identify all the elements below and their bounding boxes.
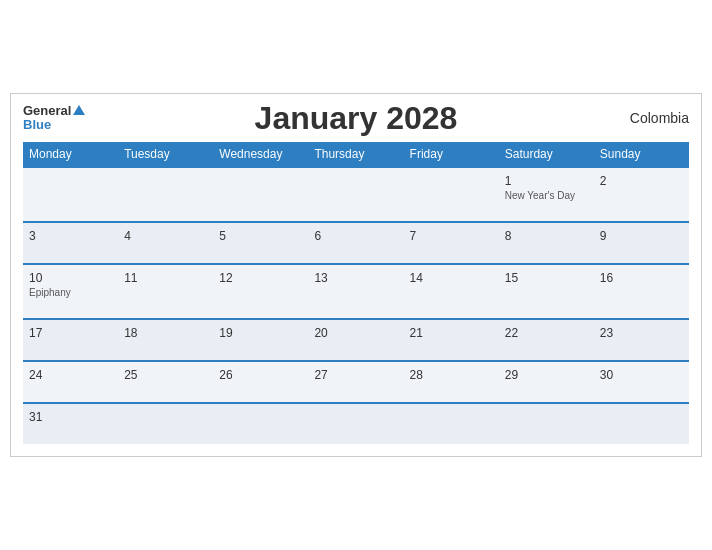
calendar-cell: 24 xyxy=(23,361,118,403)
day-number: 5 xyxy=(219,229,302,243)
calendar-cell: 5 xyxy=(213,222,308,264)
week-row-4: 17181920212223 xyxy=(23,319,689,361)
calendar-cell xyxy=(308,167,403,222)
day-number: 24 xyxy=(29,368,112,382)
calendar-cell: 11 xyxy=(118,264,213,319)
calendar-cell: 4 xyxy=(118,222,213,264)
day-number: 18 xyxy=(124,326,207,340)
day-number: 13 xyxy=(314,271,397,285)
day-number: 27 xyxy=(314,368,397,382)
day-number: 22 xyxy=(505,326,588,340)
logo-general: General xyxy=(23,104,85,118)
day-number: 21 xyxy=(410,326,493,340)
calendar-cell: 20 xyxy=(308,319,403,361)
day-number: 4 xyxy=(124,229,207,243)
day-number: 30 xyxy=(600,368,683,382)
calendar-cell xyxy=(118,403,213,444)
weekday-sunday: Sunday xyxy=(594,142,689,167)
calendar-title: January 2028 xyxy=(255,100,458,137)
day-number: 7 xyxy=(410,229,493,243)
country-label: Colombia xyxy=(630,110,689,126)
week-row-3: 10Epiphany111213141516 xyxy=(23,264,689,319)
calendar-cell xyxy=(118,167,213,222)
weekday-thursday: Thursday xyxy=(308,142,403,167)
calendar-cell: 6 xyxy=(308,222,403,264)
calendar-cell: 25 xyxy=(118,361,213,403)
calendar-cell: 31 xyxy=(23,403,118,444)
day-number: 10 xyxy=(29,271,112,285)
week-row-1: 1New Year's Day2 xyxy=(23,167,689,222)
week-row-6: 31 xyxy=(23,403,689,444)
calendar-cell: 9 xyxy=(594,222,689,264)
day-number: 3 xyxy=(29,229,112,243)
week-row-2: 3456789 xyxy=(23,222,689,264)
calendar-cell: 30 xyxy=(594,361,689,403)
calendar-cell xyxy=(23,167,118,222)
calendar-wrapper: General Blue January 2028 Colombia Monda… xyxy=(10,93,702,458)
weekday-tuesday: Tuesday xyxy=(118,142,213,167)
calendar-cell xyxy=(308,403,403,444)
day-number: 26 xyxy=(219,368,302,382)
calendar-cell: 22 xyxy=(499,319,594,361)
day-number: 31 xyxy=(29,410,112,424)
calendar-cell: 15 xyxy=(499,264,594,319)
day-number: 6 xyxy=(314,229,397,243)
day-number: 1 xyxy=(505,174,588,188)
calendar-header: General Blue January 2028 Colombia xyxy=(23,104,689,133)
weekday-header-row: MondayTuesdayWednesdayThursdayFridaySatu… xyxy=(23,142,689,167)
calendar-cell: 17 xyxy=(23,319,118,361)
calendar-cell: 10Epiphany xyxy=(23,264,118,319)
calendar-cell: 27 xyxy=(308,361,403,403)
day-number: 8 xyxy=(505,229,588,243)
calendar-cell: 13 xyxy=(308,264,403,319)
day-number: 15 xyxy=(505,271,588,285)
day-number: 25 xyxy=(124,368,207,382)
calendar-table: MondayTuesdayWednesdayThursdayFridaySatu… xyxy=(23,142,689,444)
day-number: 20 xyxy=(314,326,397,340)
day-number: 28 xyxy=(410,368,493,382)
calendar-cell xyxy=(594,403,689,444)
calendar-cell: 8 xyxy=(499,222,594,264)
calendar-cell: 7 xyxy=(404,222,499,264)
calendar-cell: 26 xyxy=(213,361,308,403)
calendar-cell: 28 xyxy=(404,361,499,403)
day-number: 23 xyxy=(600,326,683,340)
calendar-cell xyxy=(404,167,499,222)
day-number: 16 xyxy=(600,271,683,285)
day-number: 17 xyxy=(29,326,112,340)
holiday-label: Epiphany xyxy=(29,287,112,298)
calendar-cell: 12 xyxy=(213,264,308,319)
calendar-cell: 19 xyxy=(213,319,308,361)
holiday-label: New Year's Day xyxy=(505,190,588,201)
calendar-cell: 2 xyxy=(594,167,689,222)
calendar-cell xyxy=(213,167,308,222)
calendar-cell: 21 xyxy=(404,319,499,361)
calendar-cell: 23 xyxy=(594,319,689,361)
weekday-friday: Friday xyxy=(404,142,499,167)
week-row-5: 24252627282930 xyxy=(23,361,689,403)
weekday-saturday: Saturday xyxy=(499,142,594,167)
logo-triangle-icon xyxy=(73,105,85,115)
logo: General Blue xyxy=(23,104,85,133)
logo-general-text: General xyxy=(23,104,71,118)
weekday-wednesday: Wednesday xyxy=(213,142,308,167)
day-number: 2 xyxy=(600,174,683,188)
day-number: 11 xyxy=(124,271,207,285)
logo-blue-text: Blue xyxy=(23,118,85,132)
calendar-cell: 29 xyxy=(499,361,594,403)
day-number: 19 xyxy=(219,326,302,340)
calendar-cell xyxy=(213,403,308,444)
calendar-cell xyxy=(404,403,499,444)
weekday-monday: Monday xyxy=(23,142,118,167)
day-number: 14 xyxy=(410,271,493,285)
calendar-cell: 18 xyxy=(118,319,213,361)
calendar-cell: 14 xyxy=(404,264,499,319)
calendar-cell: 16 xyxy=(594,264,689,319)
day-number: 12 xyxy=(219,271,302,285)
day-number: 9 xyxy=(600,229,683,243)
calendar-cell: 1New Year's Day xyxy=(499,167,594,222)
day-number: 29 xyxy=(505,368,588,382)
calendar-cell xyxy=(499,403,594,444)
calendar-cell: 3 xyxy=(23,222,118,264)
